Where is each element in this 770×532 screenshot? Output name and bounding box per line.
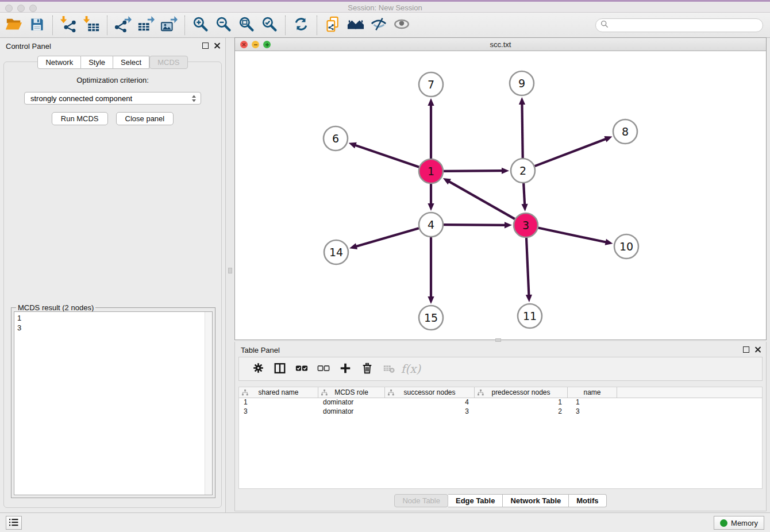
hide-selected-button[interactable] [367,14,390,36]
open-file-button[interactable] [2,14,25,36]
column-header-predecessor-nodes[interactable]: predecessor nodes [475,387,568,398]
tab-style[interactable]: Style [81,56,113,69]
table-cell: dominator [318,407,385,417]
graph-node-10[interactable]: 10 [614,234,638,259]
split-divider-handle[interactable] [228,268,232,273]
graph-edge-1-6[interactable] [355,145,419,167]
mcds-result-textarea[interactable]: 13 [14,311,213,495]
close-table-panel-icon[interactable] [754,346,761,353]
save-session-button[interactable] [25,14,48,36]
table-row[interactable]: 1dominator411 [239,398,762,407]
refresh-layout-icon [293,16,309,34]
graph-node-3[interactable]: 3 [514,213,538,237]
select-all-checkboxes-button[interactable] [291,358,313,379]
refresh-layout-button[interactable] [290,14,313,36]
create-column-button[interactable] [334,358,356,379]
tab-network-table[interactable]: Network Table [503,494,569,507]
graph-node-7[interactable]: 7 [419,72,443,97]
column-header-MCDS-role[interactable]: MCDS role [318,387,385,398]
show-all-button[interactable] [390,14,413,36]
column-header-shared-name[interactable]: shared name [239,387,318,398]
graph-node-1[interactable]: 1 [419,159,443,183]
table-row[interactable]: 3dominator323 [239,407,762,417]
edge-arrowhead [505,222,512,228]
column-header-name[interactable]: name [568,387,617,398]
memory-button[interactable]: Memory [714,516,764,530]
zoom-selected-button[interactable] [258,14,281,36]
graph-node-4[interactable]: 4 [419,213,443,237]
edge-arrowhead [428,98,434,106]
export-image-icon [160,16,178,34]
import-table-button[interactable] [80,14,103,36]
zoom-out-icon [215,16,232,34]
export-network-button[interactable] [111,14,134,36]
graph-node-14[interactable]: 14 [324,240,348,264]
tab-node-table[interactable]: Node Table [394,494,448,507]
delete-columns-button[interactable] [356,358,378,379]
graph-edge-2-8[interactable] [535,138,607,166]
graph-edge-1-2[interactable] [444,171,503,171]
tab-select[interactable]: Select [113,56,149,69]
graph-edge-2-9[interactable] [522,103,522,158]
duplicate-network-icon [325,16,341,34]
tab-mcds[interactable]: MCDS [149,56,187,69]
export-image-button[interactable] [157,14,180,36]
hide-selected-icon [370,16,387,34]
toolbar-separator [107,16,107,35]
graph-edge-3-10[interactable] [538,228,607,242]
zoom-fit-button[interactable] [235,14,258,36]
search-input[interactable] [609,21,763,30]
function-builder-button[interactable]: f(x) [400,358,422,379]
toggle-panels-button[interactable] [269,358,291,379]
zoom-out-button[interactable] [212,14,235,36]
function-builder-icon: f(x) [401,363,421,375]
column-settings-button[interactable] [247,358,269,379]
graph-node-6[interactable]: 6 [324,126,348,151]
float-table-panel-icon[interactable] [743,346,749,353]
export-table-button[interactable] [134,14,157,36]
result-scrollbar[interactable] [205,312,212,495]
node-label: 6 [332,132,339,145]
graph-edge-3-11[interactable] [526,238,529,296]
zoom-selected-icon [261,16,278,34]
deselect-all-checkboxes-button[interactable] [313,358,334,379]
graph-edge-3-1[interactable] [448,181,514,219]
float-panel-icon[interactable] [202,43,209,49]
mcds-result-title: MCDS result (2 nodes) [16,303,95,312]
network-window-title: scc.txt [235,40,766,49]
tab-network[interactable]: Network [37,56,81,69]
run-mcds-button[interactable]: Run MCDS [52,112,108,125]
split-divider-handle-horizontal[interactable] [495,338,501,342]
import-network-icon [60,16,77,34]
column-type-icon [388,390,394,398]
tab-edge-table[interactable]: Edge Table [448,494,503,507]
delete-table-button[interactable] [378,358,400,379]
table-cell: 4 [385,398,475,407]
duplicate-network-button[interactable] [321,14,344,36]
close-panel-button[interactable]: Close panel [116,112,174,125]
edge-arrowhead [349,142,357,149]
graph-node-2[interactable]: 2 [511,159,535,183]
network-window-titlebar[interactable]: scc.txt [235,38,766,51]
graph-edge-4-14[interactable] [356,228,419,246]
network-canvas[interactable]: 7968124314101511 [235,52,766,340]
graph-node-15[interactable]: 15 [419,306,443,330]
graph-node-8[interactable]: 8 [613,119,637,144]
mcds-result-box: MCDS result (2 nodes) 13 [11,307,215,498]
criterion-select[interactable]: strongly connected component [24,92,201,105]
search-icon [600,20,609,30]
graph-edge-2-3[interactable] [523,183,525,205]
zoom-in-icon [192,16,209,34]
column-header-successor-nodes[interactable]: successor nodes [385,387,475,398]
graph-edge-4-3[interactable] [444,225,506,225]
zoom-in-button[interactable] [189,14,212,36]
first-neighbors-button[interactable] [344,14,367,36]
graph-node-9[interactable]: 9 [510,71,534,95]
close-panel-icon[interactable] [214,42,221,49]
table-panel-tabs: Node TableEdge TableNetwork TableMotifs [235,494,766,507]
task-history-button[interactable] [6,516,22,530]
import-network-button[interactable] [57,14,80,36]
table-cell: 1 [475,398,568,407]
graph-node-11[interactable]: 11 [518,304,542,328]
tab-motifs[interactable]: Motifs [569,494,606,507]
